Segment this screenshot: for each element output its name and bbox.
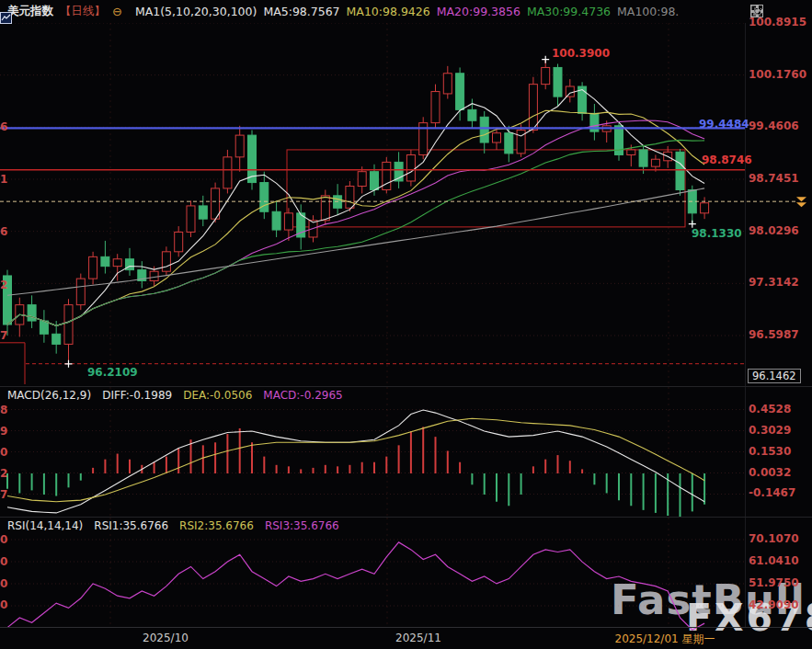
clipped-axis-digit: 2 xyxy=(0,279,7,291)
candle-body xyxy=(272,211,280,230)
ma30-line xyxy=(7,140,704,325)
candle-body xyxy=(358,172,366,187)
macd-dea-line xyxy=(7,418,704,502)
time-axis[interactable]: 2025/102025/112025/12/01 星期一 xyxy=(0,627,812,649)
collapse-icon[interactable]: ⊖ xyxy=(112,6,122,17)
macd-diff-line xyxy=(7,410,704,513)
price-axis-label: 99.4606 xyxy=(749,120,799,132)
ma20-value: MA20:99.3856 xyxy=(437,5,520,18)
macd-dea-value: DEA:-0.0506 xyxy=(183,389,252,402)
candle-body xyxy=(40,321,48,334)
ma100-value: MA100:98. xyxy=(617,5,679,18)
clipped-axis-digit: 7 xyxy=(0,329,7,342)
candle-body xyxy=(701,203,709,213)
ma10-value: MA10:98.9426 xyxy=(347,5,430,18)
rsi-line xyxy=(7,542,704,630)
candle-body xyxy=(529,85,537,131)
candle-body xyxy=(284,213,292,230)
clipped-axis-digit: 9 xyxy=(0,425,7,438)
panel-separator-2 xyxy=(0,517,812,518)
candle-body xyxy=(150,271,158,280)
macd-hist-value: MACD:-0.2965 xyxy=(263,389,342,402)
time-axis-label: 2025/10 xyxy=(143,632,189,644)
price-annotation: 98.8746 xyxy=(702,154,752,166)
candle-body xyxy=(199,206,207,219)
macd-panel-canvas[interactable] xyxy=(0,386,812,517)
candle-body xyxy=(248,135,257,182)
candle-body xyxy=(493,133,501,142)
clipped-axis-digit: 1 xyxy=(0,173,7,186)
rsi-axis-label: 61.0410 xyxy=(749,554,799,567)
candle-body xyxy=(566,86,574,97)
rsi1-value: RSI1:35.6766 xyxy=(94,519,168,532)
candle-body xyxy=(468,109,476,120)
candle-body xyxy=(346,187,354,209)
ma100-line xyxy=(7,188,704,295)
candle-body xyxy=(162,252,170,271)
rsi-axis-label: 42.9090 xyxy=(749,598,799,611)
candle-body xyxy=(431,92,440,123)
drawn-rectangle-fragment xyxy=(0,343,25,384)
candle-body xyxy=(651,159,659,166)
price-axis-label: 98.0296 xyxy=(749,224,799,237)
clipped-axis-digit: 8 xyxy=(0,404,7,416)
price-axis-label: 100.1760 xyxy=(749,68,806,81)
time-axis-label: 2025/11 xyxy=(395,632,441,644)
price-axis-label: 96.5987 xyxy=(749,328,799,341)
clipped-axis-digit: 0 xyxy=(0,446,7,459)
clipped-axis-digit: 0 xyxy=(0,598,7,611)
price-annotation: 100.3900 xyxy=(552,47,610,60)
macd-axis-label: 0.3029 xyxy=(749,424,791,437)
candle-body xyxy=(505,133,513,154)
rsi2-value: RSI2:35.6766 xyxy=(179,519,254,532)
clipped-axis-digit: 0 xyxy=(0,533,7,546)
candle-body xyxy=(64,305,73,345)
chart-header: 美元指数 【日线】 ⊖ MA1(5,10,20,30,100) MA5:98.7… xyxy=(0,0,812,23)
candle-body xyxy=(676,152,684,189)
macd-params: MACD(26,12,9) xyxy=(7,389,91,402)
candle-body xyxy=(480,117,488,142)
ma10-line xyxy=(7,110,704,325)
macd-axis-label: 0.0032 xyxy=(749,466,791,479)
clipped-axis-digit: 6 xyxy=(0,225,7,238)
candle-body xyxy=(235,135,244,157)
point-marker xyxy=(65,360,73,368)
candle-body xyxy=(101,256,109,266)
price-marker-icon xyxy=(796,197,806,207)
period-tag: 【日线】 xyxy=(60,4,106,19)
price-annotation: 98.1330 xyxy=(692,227,742,240)
price-annotation: 96.2109 xyxy=(87,366,138,379)
candle-body xyxy=(321,196,329,221)
candle-body xyxy=(406,154,415,181)
candles xyxy=(4,60,709,364)
clipped-axis-digit: 0 xyxy=(0,555,7,568)
min-price-label: 96.1462 xyxy=(748,369,801,383)
main-chart-canvas[interactable] xyxy=(0,23,812,386)
expand-exit-icon[interactable] xyxy=(749,4,764,18)
macd-axis-label: 0.1530 xyxy=(749,445,791,458)
candle-body xyxy=(443,74,452,94)
rsi3-value: RSI3:35.6766 xyxy=(265,519,339,532)
rsi-axis-label: 70.1070 xyxy=(749,532,799,545)
candle-body xyxy=(542,67,550,84)
price-annotation: 99.4484 xyxy=(699,118,749,131)
candle-body xyxy=(113,259,121,267)
price-axis-label: 97.3142 xyxy=(749,276,799,289)
candle-body xyxy=(517,131,525,154)
macd-axis-label: -0.1467 xyxy=(749,486,795,499)
candle-body xyxy=(175,232,183,251)
candle-body xyxy=(371,172,379,190)
candle-body xyxy=(627,150,635,155)
candle-body xyxy=(187,206,195,233)
rsi-params: RSI(14,14,14) xyxy=(7,519,83,532)
time-axis-label: 2025/12/01 星期一 xyxy=(615,632,715,647)
rsi-axis-label: 51.9750 xyxy=(749,576,799,589)
symbol-title: 美元指数 xyxy=(7,4,53,19)
macd-header: MACD(26,12,9) DIFF:-0.1989 DEA:-0.0506 M… xyxy=(7,389,343,402)
candle-body xyxy=(76,279,85,305)
candle-body xyxy=(456,74,464,110)
candle-body xyxy=(28,305,36,321)
clipped-axis-digit: 7 xyxy=(0,488,7,501)
clipped-axis-digit: 6 xyxy=(0,120,7,133)
chart-application: 美元指数 【日线】 ⊖ MA1(5,10,20,30,100) MA5:98.7… xyxy=(0,0,812,649)
